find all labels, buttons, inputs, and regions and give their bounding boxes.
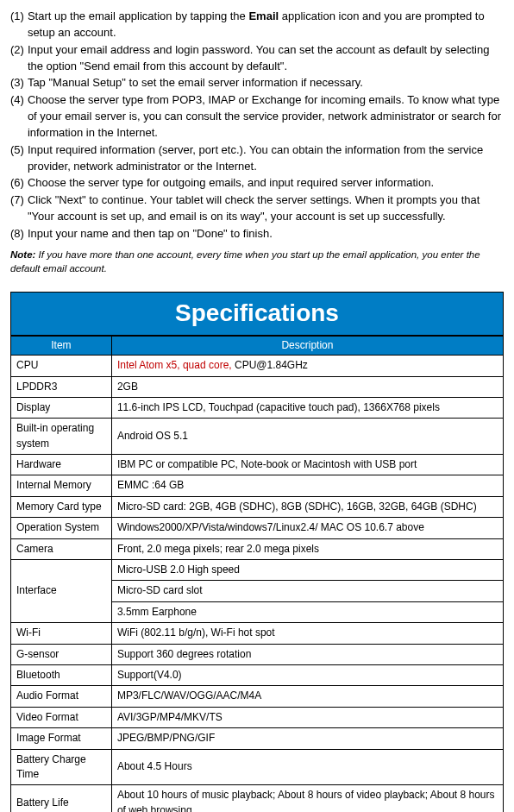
step: (6)Choose the server type for outgoing e… xyxy=(10,175,504,192)
spec-row: Operation SystemWindows2000/XP/Vista/win… xyxy=(11,518,504,538)
spec-item: Audio Format xyxy=(11,686,112,707)
spec-desc: Support 360 degrees rotation xyxy=(111,644,503,664)
spec-item: Camera xyxy=(11,538,112,559)
spec-row: G-sensorSupport 360 degrees rotation xyxy=(11,644,504,664)
specifications-table: Item Description CPUIntel Atom x5, quad … xyxy=(10,336,504,812)
spec-desc: IBM PC or compatible PC, Note-book or Ma… xyxy=(111,455,503,475)
spec-desc: About 10 hours of music playback; About … xyxy=(111,785,503,812)
step-number: (8) xyxy=(10,226,28,242)
spec-item: Interface xyxy=(11,560,112,623)
step-number: (5) xyxy=(10,142,28,175)
spec-desc: EMMC :64 GB xyxy=(111,475,503,496)
spec-row: Memory Card typeMicro-SD card: 2GB, 4GB … xyxy=(11,496,504,517)
step-number: (3) xyxy=(10,75,28,91)
spec-row: HardwareIBM PC or compatible PC, Note-bo… xyxy=(11,455,504,475)
step-text: Input your email address and login passw… xyxy=(28,42,504,75)
spec-item: Operation System xyxy=(11,518,112,538)
spec-desc: Micro-SD card slot xyxy=(111,581,503,601)
step-text: Choose the server type from POP3, IMAP o… xyxy=(28,92,504,142)
spec-item: Video Format xyxy=(11,707,112,727)
step: (5)Input required information (server, p… xyxy=(10,142,504,175)
spec-row: CPUIntel Atom x5, quad core, CPU@1.84GHz xyxy=(11,356,504,376)
spec-row: Battery Charge TimeAbout 4.5 Hours xyxy=(11,749,504,785)
spec-row: BluetoothSupport(V4.0) xyxy=(11,665,504,686)
note: Note: If you have more than one account,… xyxy=(10,248,504,276)
spec-desc: Android OS 5.1 xyxy=(111,419,503,455)
spec-desc: WiFi (802.11 b/g/n), Wi-Fi hot spot xyxy=(111,623,503,644)
spec-item: Built-in operating system xyxy=(11,419,112,455)
spec-item: Battery Life xyxy=(11,785,112,812)
spec-desc: Windows2000/XP/Vista/windows7/Linux2.4/ … xyxy=(111,518,503,538)
step-text: Input required information (server, port… xyxy=(28,142,504,175)
note-text: If you have more than one account, every… xyxy=(10,249,480,274)
spec-desc: Micro-SD card: 2GB, 4GB (SDHC), 8GB (SDH… xyxy=(111,496,503,517)
spec-desc: AVI/3GP/MP4/MKV/TS xyxy=(111,707,503,727)
spec-row: Image FormatJPEG/BMP/PNG/GIF xyxy=(11,728,504,749)
spec-item: Display xyxy=(11,397,112,418)
step: (7)Click "Next" to continue. Your tablet… xyxy=(10,192,504,225)
step-text: Start up the email application by tappin… xyxy=(28,9,504,41)
spec-desc: MP3/FLC/WAV/OGG/AAC/M4A xyxy=(111,686,503,707)
spec-item: Memory Card type xyxy=(11,496,112,517)
spec-desc: JPEG/BMP/PNG/GIF xyxy=(111,728,503,749)
step-number: (7) xyxy=(10,192,28,225)
spec-item: LPDDR3 xyxy=(11,376,112,397)
email-setup-steps: (1)Start up the email application by tap… xyxy=(10,9,504,242)
spec-desc: 11.6-inch IPS LCD, Touchpad (capacitive … xyxy=(111,397,503,418)
spec-desc: 2GB xyxy=(111,376,503,397)
spec-row: Audio FormatMP3/FLC/WAV/OGG/AAC/M4A xyxy=(11,686,504,707)
spec-row: Wi-FiWiFi (802.11 b/g/n), Wi-Fi hot spot xyxy=(11,623,504,644)
spec-desc: About 4.5 Hours xyxy=(111,749,503,785)
step-text: Tap "Manual Setup" to set the email serv… xyxy=(28,75,504,91)
spec-item: Internal Memory xyxy=(11,475,112,496)
spec-row: LPDDR32GB xyxy=(11,376,504,397)
step: (4)Choose the server type from POP3, IMA… xyxy=(10,92,504,142)
spec-item: Battery Charge Time xyxy=(11,749,112,785)
step: (1)Start up the email application by tap… xyxy=(10,9,504,41)
spec-desc: Intel Atom x5, quad core, CPU@1.84GHz xyxy=(111,356,503,376)
step-text: Choose the server type for outgoing emai… xyxy=(28,175,504,192)
step: (2)Input your email address and login pa… xyxy=(10,42,504,75)
spec-row: InterfaceMicro-USB 2.0 High speed xyxy=(11,560,504,581)
spec-item: CPU xyxy=(11,356,112,376)
step: (3)Tap "Manual Setup" to set the email s… xyxy=(10,75,504,91)
step-number: (1) xyxy=(10,9,28,41)
step: (8)Input your name and then tap on "Done… xyxy=(10,226,504,242)
spec-desc: Support(V4.0) xyxy=(111,665,503,686)
spec-row: Battery LifeAbout 10 hours of music play… xyxy=(11,785,504,812)
spec-row: CameraFront, 2.0 mega pixels; rear 2.0 m… xyxy=(11,538,504,559)
spec-row: Video FormatAVI/3GP/MP4/MKV/TS xyxy=(11,707,504,727)
spec-item: G-sensor xyxy=(11,644,112,664)
spec-item: Image Format xyxy=(11,728,112,749)
step-number: (4) xyxy=(10,92,28,142)
note-label: Note: xyxy=(10,249,35,260)
spec-row: Internal MemoryEMMC :64 GB xyxy=(11,475,504,496)
specifications-title: Specifications xyxy=(10,292,504,336)
spec-desc: Front, 2.0 mega pixels; rear 2.0 mega pi… xyxy=(111,538,503,559)
spec-header-item: Item xyxy=(11,336,112,355)
spec-header-desc: Description xyxy=(111,336,503,355)
step-number: (2) xyxy=(10,42,28,75)
step-text: Click "Next" to continue. Your tablet wi… xyxy=(28,192,504,225)
step-text: Input your name and then tap on "Done" t… xyxy=(28,226,504,242)
spec-row: Built-in operating systemAndroid OS 5.1 xyxy=(11,419,504,455)
step-number: (6) xyxy=(10,175,28,192)
spec-item: Bluetooth xyxy=(11,665,112,686)
spec-item: Hardware xyxy=(11,455,112,475)
spec-desc: 3.5mm Earphone xyxy=(111,601,503,622)
spec-row: Display11.6-inch IPS LCD, Touchpad (capa… xyxy=(11,397,504,418)
spec-desc: Micro-USB 2.0 High speed xyxy=(111,560,503,581)
spec-body: CPUIntel Atom x5, quad core, CPU@1.84GHz… xyxy=(11,356,504,812)
spec-item: Wi-Fi xyxy=(11,623,112,644)
